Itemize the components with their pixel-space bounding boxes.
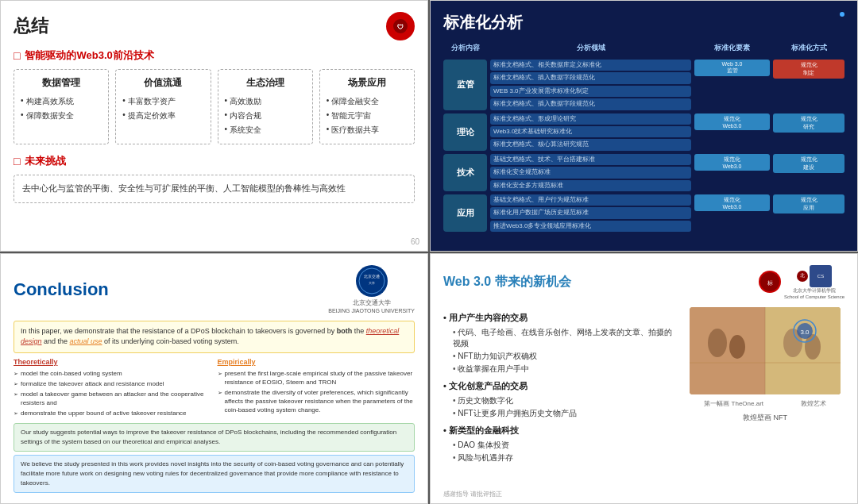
std-tag-2: 规范化Web3.0 xyxy=(694,154,770,171)
std-action-1: 规范化研究 xyxy=(773,113,844,133)
svg-rect-8 xyxy=(690,307,765,394)
std-item: 标准文档格式、相关数据库定义标准化 xyxy=(490,60,691,71)
std-tag-3: 规范化Web3.0 xyxy=(694,194,770,211)
svg-text:3.0: 3.0 xyxy=(800,329,810,336)
std-item: 推进Web3.0多专业领域应用标准化 xyxy=(490,221,691,232)
web3-title: Web 3.0 带来的新机会 xyxy=(443,274,571,290)
sub-item-2-1: 风险与机遇并存 xyxy=(443,452,678,464)
two-cols: Theoretically model the coin-based votin… xyxy=(14,358,415,419)
footer-text: 感谢指导 请批评指正 xyxy=(443,490,502,498)
col-item: 保障金融安全 xyxy=(327,94,408,109)
standard-title: 标准化分析 xyxy=(443,12,844,33)
art-labels: 第一幅画 TheOne.art 敦煌艺术 xyxy=(686,399,844,408)
std-row-surveillance: 监管 标准文档格式、相关数据库定义标准化 标准文档格式、插入数据字段规范化 WE… xyxy=(443,60,844,110)
page-number: 60 xyxy=(411,237,419,246)
section-title-0: 用户产生内容的交易 xyxy=(443,312,678,324)
std-action-3: 规范化应用 xyxy=(773,194,844,214)
std-action-0: 规范化制定 xyxy=(773,60,844,79)
web3-title-text: Web 3.0 带来的新机会 xyxy=(443,275,571,288)
sub-item-0-2: 收益掌握在用户手中 xyxy=(443,363,678,375)
empirical-title: Empirically xyxy=(218,358,415,366)
std-item: 基础文档格式、技术、平台搭建标准 xyxy=(490,154,691,165)
svg-text:大学: 大学 xyxy=(369,281,375,285)
theory-col: Theoretically model the coin-based votin… xyxy=(14,358,211,419)
web3-text: 用户产生内容的交易 代码、电子绘画、在线音乐创作、网络上发表的文章、拍摄的视频 … xyxy=(443,307,678,464)
std-label-2: 技术 xyxy=(443,154,487,191)
logo-cs: CS xyxy=(810,265,832,287)
std-row-theory: 理论 标准文档格式、形成理论研究 Web3.0技术基础研究标准化 标准文档格式、… xyxy=(443,113,844,151)
highlight-both: both xyxy=(337,327,353,335)
panel-conclusion: Conclusion 北京交通 大学 北京交通大学BEIJING JIAOTON… xyxy=(0,253,428,505)
col-items-2: 高效激励 内容合规 系统安全 xyxy=(225,94,306,137)
col-item: 高效激励 xyxy=(225,94,306,109)
std-item: 基础文档格式、用户行为规范标准 xyxy=(490,194,691,206)
theory-list: model the coin-based voting system forma… xyxy=(14,368,211,419)
art-label-0: 第一幅画 TheOne.art xyxy=(704,399,763,408)
col-item: 构建高效系统 xyxy=(21,94,102,109)
std-items-2: 基础文档格式、技术、平台搭建标准 标准化安全规范标准 标准化安全多方规范标准 xyxy=(490,154,691,191)
std-item: 标准文档格式、插入数据字段规范化 xyxy=(490,98,691,110)
future-box: 去中心化与监管的平衡、安全性与可扩展性的平衡、人工智能模型的鲁棒性与高效性 xyxy=(14,175,415,203)
svg-text:北京交通: 北京交通 xyxy=(364,274,380,279)
std-item: 标准化用户数据广场历史规范标准 xyxy=(490,207,691,218)
study-text: Our study suggests potential ways to imp… xyxy=(21,429,396,445)
svg-point-10 xyxy=(708,329,727,357)
std-label-0: 监管 xyxy=(443,60,487,110)
empirical-item: demonstrate the diversity of voter prefe… xyxy=(218,387,415,416)
accent-dot xyxy=(840,12,844,17)
univ-logo-circle: 北京交通 大学 xyxy=(356,265,388,297)
highlight-actual: actual use xyxy=(70,337,102,345)
std-item: 标准文档格式、核心算法研究规范 xyxy=(490,139,691,150)
std-item: WEB 3.0产业发展需求标准化制定 xyxy=(490,86,691,97)
std-label-3: 应用 xyxy=(443,194,487,232)
col-items-3: 保障金融安全 智能元宇宙 医疗数据共享 xyxy=(327,94,408,137)
logo-school1: 标 xyxy=(759,271,781,293)
col-header-1: 价值流通 xyxy=(122,76,203,90)
theory-item: demonstrate the upper bound of active ta… xyxy=(14,408,211,418)
conclusion-title: Conclusion xyxy=(14,279,109,300)
svg-text:标: 标 xyxy=(766,280,772,286)
web3-logos: 标 北 CS 北京大学计算机学院School of Computer Scien… xyxy=(759,265,844,299)
std-tag-1: 规范化Web3.0 xyxy=(694,113,770,130)
col-header-3: 场景应用 xyxy=(327,76,408,90)
summary-title: 总结 xyxy=(14,14,48,38)
col-scene: 场景应用 保障金融安全 智能元宇宙 医疗数据共享 xyxy=(319,69,415,144)
std-items-0: 标准文档格式、相关数据库定义标准化 标准文档格式、插入数据字段规范化 WEB 3… xyxy=(490,60,691,110)
std-item: Web3.0技术基础研究标准化 xyxy=(490,126,691,137)
theory-item: model the coin-based voting system xyxy=(14,368,211,379)
panel-summary: 总结 🛡 智能驱动的Web3.0前沿技术 数据管理 构建高效系统 保障数据安全 … xyxy=(0,0,428,252)
empirical-item: present the first large-scale empirical … xyxy=(218,368,415,387)
std-item: 标准文档格式、插入数据字段规范化 xyxy=(490,72,691,83)
university-logo: 北京交通 大学 北京交通大学BEIJING JIAOTONG UNIVERSIT… xyxy=(328,265,415,314)
std-action-2: 规范化建设 xyxy=(773,154,844,173)
theory-item: formalize the takeover attack and resist… xyxy=(14,379,211,389)
section-title-1: 文化创意产品的交易 xyxy=(443,380,678,392)
main-grid: 总结 🛡 智能驱动的Web3.0前沿技术 数据管理 构建高效系统 保障数据安全 … xyxy=(0,0,858,504)
section1-title: 智能驱动的Web3.0前沿技术 xyxy=(14,48,415,63)
section2-title: 未来挑战 xyxy=(14,154,415,168)
std-row-tech: 技术 基础文档格式、技术、平台搭建标准 标准化安全规范标准 标准化安全多方规范标… xyxy=(443,154,844,191)
four-cols: 数据管理 构建高效系统 保障数据安全 价值流通 丰富数字资产 提高定价效率 生态… xyxy=(14,69,415,144)
panel-web3: Web 3.0 带来的新机会 标 北 CS 北京大学计算 xyxy=(430,253,858,505)
conclusion-header: Conclusion 北京交通 大学 北京交通大学BEIJING JIAOTON… xyxy=(14,265,415,314)
art-caption: 敦煌壁画 NFT xyxy=(743,413,787,423)
theory-title: Theoretically xyxy=(14,358,211,366)
art-image: 3.0 xyxy=(690,307,841,394)
col-item: 智能元宇宙 xyxy=(327,109,408,123)
believe-box: We believe the study presented in this w… xyxy=(14,455,415,493)
col-items-0: 构建高效系统 保障数据安全 xyxy=(21,94,102,123)
theory-item: model a takeover game between an attacke… xyxy=(14,389,211,408)
section-title-2: 新类型的金融科技 xyxy=(443,425,678,437)
std-tag-0: Web 3.0监管 xyxy=(694,60,770,76)
believe-text: We believe the study presented in this w… xyxy=(21,460,404,487)
col-data-mgmt: 数据管理 构建高效系统 保障数据安全 xyxy=(14,69,109,144)
sub-item-0-0: 代码、电子绘画、在线音乐创作、网络上发表的文章、拍摄的视频 xyxy=(443,326,678,350)
sub-item-1-1: NFT让更多用户拥抱历史文物产品 xyxy=(443,407,678,420)
col-header-2: 生态治理 xyxy=(225,76,306,90)
empirical-list: present the first large-scale empirical … xyxy=(218,368,415,416)
std-items-1: 标准文档格式、形成理论研究 Web3.0技术基础研究标准化 标准文档格式、核心算… xyxy=(490,113,691,151)
logo-school2-group: 北 CS 北京大学计算机学院School of Computer Science xyxy=(784,265,844,299)
empirical-col: Empirically present the first large-scal… xyxy=(218,358,415,419)
svg-point-11 xyxy=(729,335,745,359)
col-item: 保障数据安全 xyxy=(21,109,102,123)
